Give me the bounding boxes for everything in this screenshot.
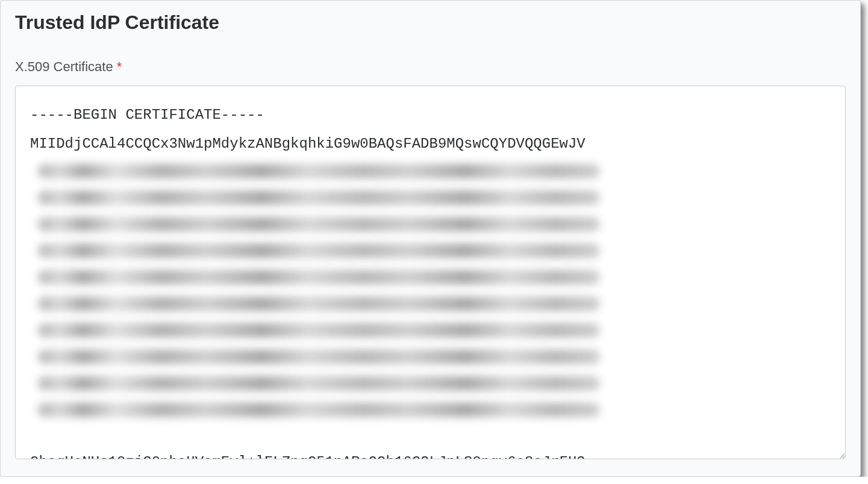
panel-title: Trusted IdP Certificate bbox=[15, 11, 846, 34]
certificate-input[interactable] bbox=[15, 86, 846, 459]
certificate-label-text: X.509 Certificate bbox=[15, 59, 113, 74]
required-asterisk: * bbox=[117, 59, 122, 74]
certificate-field-label: X.509 Certificate * bbox=[15, 59, 846, 75]
trusted-idp-certificate-panel: Trusted IdP Certificate X.509 Certificat… bbox=[0, 0, 861, 477]
certificate-textarea-wrapper bbox=[15, 86, 846, 462]
